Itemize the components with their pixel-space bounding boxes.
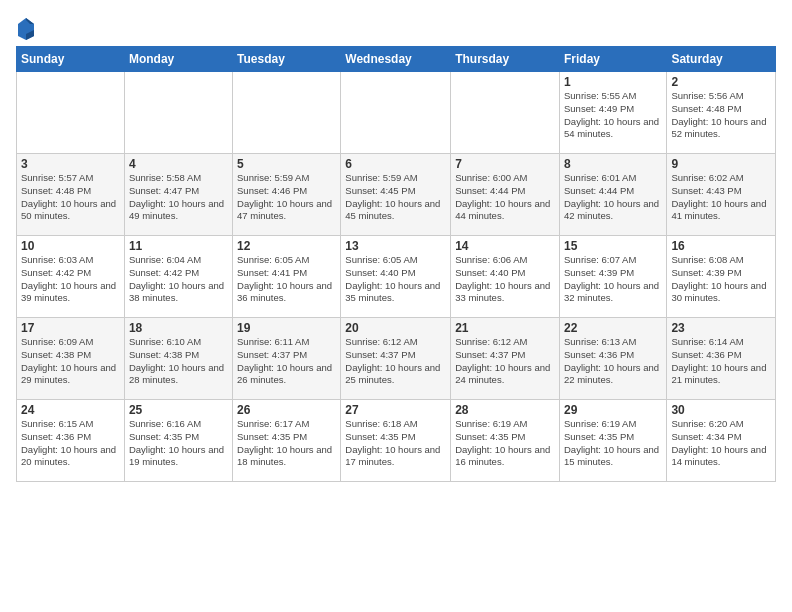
day-number: 22 [564,321,662,335]
weekday-header-thursday: Thursday [451,47,560,72]
day-info: Sunrise: 6:11 AM Sunset: 4:37 PM Dayligh… [237,336,336,387]
calendar-cell: 13Sunrise: 6:05 AM Sunset: 4:40 PM Dayli… [341,236,451,318]
calendar-cell: 14Sunrise: 6:06 AM Sunset: 4:40 PM Dayli… [451,236,560,318]
calendar-cell: 24Sunrise: 6:15 AM Sunset: 4:36 PM Dayli… [17,400,125,482]
logo [16,16,40,40]
day-number: 16 [671,239,771,253]
calendar-cell [451,72,560,154]
day-number: 1 [564,75,662,89]
weekday-header-tuesday: Tuesday [233,47,341,72]
day-number: 18 [129,321,228,335]
calendar-cell: 29Sunrise: 6:19 AM Sunset: 4:35 PM Dayli… [559,400,666,482]
day-info: Sunrise: 6:09 AM Sunset: 4:38 PM Dayligh… [21,336,120,387]
calendar-cell: 28Sunrise: 6:19 AM Sunset: 4:35 PM Dayli… [451,400,560,482]
day-number: 17 [21,321,120,335]
weekday-header-saturday: Saturday [667,47,776,72]
calendar-week-row: 10Sunrise: 6:03 AM Sunset: 4:42 PM Dayli… [17,236,776,318]
calendar-week-row: 3Sunrise: 5:57 AM Sunset: 4:48 PM Daylig… [17,154,776,236]
calendar-cell: 30Sunrise: 6:20 AM Sunset: 4:34 PM Dayli… [667,400,776,482]
day-number: 26 [237,403,336,417]
logo-icon [16,16,36,40]
calendar-cell [17,72,125,154]
day-number: 11 [129,239,228,253]
day-info: Sunrise: 5:55 AM Sunset: 4:49 PM Dayligh… [564,90,662,141]
day-number: 23 [671,321,771,335]
calendar-cell: 18Sunrise: 6:10 AM Sunset: 4:38 PM Dayli… [124,318,232,400]
day-info: Sunrise: 6:10 AM Sunset: 4:38 PM Dayligh… [129,336,228,387]
calendar-cell: 25Sunrise: 6:16 AM Sunset: 4:35 PM Dayli… [124,400,232,482]
day-number: 28 [455,403,555,417]
calendar-cell: 22Sunrise: 6:13 AM Sunset: 4:36 PM Dayli… [559,318,666,400]
day-number: 12 [237,239,336,253]
day-number: 24 [21,403,120,417]
weekday-header-wednesday: Wednesday [341,47,451,72]
day-number: 29 [564,403,662,417]
calendar-cell: 1Sunrise: 5:55 AM Sunset: 4:49 PM Daylig… [559,72,666,154]
day-info: Sunrise: 6:12 AM Sunset: 4:37 PM Dayligh… [345,336,446,387]
calendar-cell: 23Sunrise: 6:14 AM Sunset: 4:36 PM Dayli… [667,318,776,400]
day-info: Sunrise: 6:04 AM Sunset: 4:42 PM Dayligh… [129,254,228,305]
day-number: 13 [345,239,446,253]
day-info: Sunrise: 6:17 AM Sunset: 4:35 PM Dayligh… [237,418,336,469]
day-number: 7 [455,157,555,171]
calendar-week-row: 17Sunrise: 6:09 AM Sunset: 4:38 PM Dayli… [17,318,776,400]
calendar-cell: 27Sunrise: 6:18 AM Sunset: 4:35 PM Dayli… [341,400,451,482]
calendar-cell: 8Sunrise: 6:01 AM Sunset: 4:44 PM Daylig… [559,154,666,236]
calendar-cell: 2Sunrise: 5:56 AM Sunset: 4:48 PM Daylig… [667,72,776,154]
day-info: Sunrise: 6:02 AM Sunset: 4:43 PM Dayligh… [671,172,771,223]
day-number: 8 [564,157,662,171]
day-info: Sunrise: 6:05 AM Sunset: 4:40 PM Dayligh… [345,254,446,305]
calendar-cell: 11Sunrise: 6:04 AM Sunset: 4:42 PM Dayli… [124,236,232,318]
day-info: Sunrise: 6:08 AM Sunset: 4:39 PM Dayligh… [671,254,771,305]
day-info: Sunrise: 5:58 AM Sunset: 4:47 PM Dayligh… [129,172,228,223]
day-info: Sunrise: 6:05 AM Sunset: 4:41 PM Dayligh… [237,254,336,305]
calendar-cell [341,72,451,154]
day-info: Sunrise: 6:20 AM Sunset: 4:34 PM Dayligh… [671,418,771,469]
calendar-cell: 6Sunrise: 5:59 AM Sunset: 4:45 PM Daylig… [341,154,451,236]
day-number: 20 [345,321,446,335]
calendar-cell [124,72,232,154]
calendar-cell: 10Sunrise: 6:03 AM Sunset: 4:42 PM Dayli… [17,236,125,318]
day-number: 4 [129,157,228,171]
day-info: Sunrise: 6:12 AM Sunset: 4:37 PM Dayligh… [455,336,555,387]
day-number: 14 [455,239,555,253]
calendar-cell: 20Sunrise: 6:12 AM Sunset: 4:37 PM Dayli… [341,318,451,400]
calendar-cell: 17Sunrise: 6:09 AM Sunset: 4:38 PM Dayli… [17,318,125,400]
calendar-week-row: 24Sunrise: 6:15 AM Sunset: 4:36 PM Dayli… [17,400,776,482]
day-info: Sunrise: 5:57 AM Sunset: 4:48 PM Dayligh… [21,172,120,223]
day-info: Sunrise: 6:15 AM Sunset: 4:36 PM Dayligh… [21,418,120,469]
day-number: 9 [671,157,771,171]
calendar-cell: 15Sunrise: 6:07 AM Sunset: 4:39 PM Dayli… [559,236,666,318]
calendar-cell: 12Sunrise: 6:05 AM Sunset: 4:41 PM Dayli… [233,236,341,318]
day-info: Sunrise: 6:01 AM Sunset: 4:44 PM Dayligh… [564,172,662,223]
day-number: 25 [129,403,228,417]
day-info: Sunrise: 6:18 AM Sunset: 4:35 PM Dayligh… [345,418,446,469]
header-row [16,12,776,40]
day-info: Sunrise: 6:00 AM Sunset: 4:44 PM Dayligh… [455,172,555,223]
calendar-cell [233,72,341,154]
day-number: 21 [455,321,555,335]
day-info: Sunrise: 6:14 AM Sunset: 4:36 PM Dayligh… [671,336,771,387]
day-number: 5 [237,157,336,171]
weekday-header-friday: Friday [559,47,666,72]
calendar-cell: 3Sunrise: 5:57 AM Sunset: 4:48 PM Daylig… [17,154,125,236]
day-info: Sunrise: 5:59 AM Sunset: 4:45 PM Dayligh… [345,172,446,223]
calendar-cell: 21Sunrise: 6:12 AM Sunset: 4:37 PM Dayli… [451,318,560,400]
weekday-header-sunday: Sunday [17,47,125,72]
day-number: 19 [237,321,336,335]
page-container: SundayMondayTuesdayWednesdayThursdayFrid… [0,0,792,490]
day-info: Sunrise: 6:19 AM Sunset: 4:35 PM Dayligh… [564,418,662,469]
calendar-week-row: 1Sunrise: 5:55 AM Sunset: 4:49 PM Daylig… [17,72,776,154]
day-info: Sunrise: 6:13 AM Sunset: 4:36 PM Dayligh… [564,336,662,387]
day-info: Sunrise: 6:06 AM Sunset: 4:40 PM Dayligh… [455,254,555,305]
calendar-table: SundayMondayTuesdayWednesdayThursdayFrid… [16,46,776,482]
day-number: 10 [21,239,120,253]
calendar-cell: 5Sunrise: 5:59 AM Sunset: 4:46 PM Daylig… [233,154,341,236]
day-number: 6 [345,157,446,171]
calendar-cell: 16Sunrise: 6:08 AM Sunset: 4:39 PM Dayli… [667,236,776,318]
calendar-cell: 26Sunrise: 6:17 AM Sunset: 4:35 PM Dayli… [233,400,341,482]
calendar-cell: 4Sunrise: 5:58 AM Sunset: 4:47 PM Daylig… [124,154,232,236]
day-info: Sunrise: 5:56 AM Sunset: 4:48 PM Dayligh… [671,90,771,141]
day-info: Sunrise: 6:19 AM Sunset: 4:35 PM Dayligh… [455,418,555,469]
day-number: 15 [564,239,662,253]
